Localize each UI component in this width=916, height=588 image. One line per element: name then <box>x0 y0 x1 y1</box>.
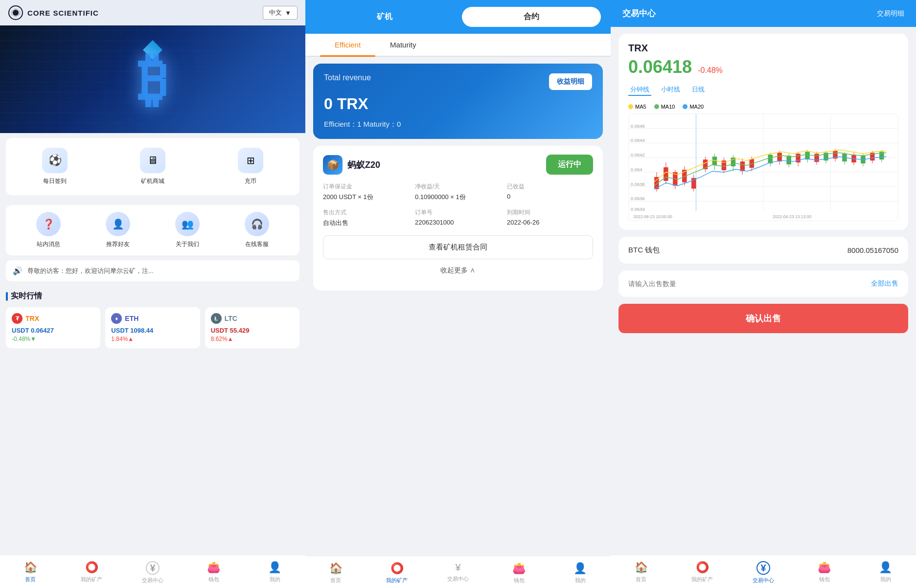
coin-item-ltc[interactable]: Ł LTC USDT 55.429 8.62%▲ <box>205 307 299 348</box>
wallet-nav-icon: 👛 <box>512 562 526 575</box>
nav-wallet[interactable]: 👛 钱包 <box>183 559 244 586</box>
trx-price: USDT 0.06427 <box>12 327 94 334</box>
svg-text:0.0642: 0.0642 <box>631 152 645 158</box>
support-icon: 🎧 <box>245 212 269 236</box>
tab-contract[interactable]: 合约 <box>462 7 601 27</box>
market-section: 实时行情 ₮ TRX USDT 0.06427 -0.48%▼ ♦ ETH US… <box>6 291 299 348</box>
subtab-maturity[interactable]: Maturity <box>375 34 431 56</box>
legend-ma10: MA10 <box>654 104 675 110</box>
nav-home-p3[interactable]: 🏠 首页 <box>611 559 672 586</box>
trade-detail-link[interactable]: 交易明细 <box>877 9 904 18</box>
wallet-nav-icon: 👛 <box>207 561 220 574</box>
grid-value: 2000 USDT × 1份 <box>323 193 409 202</box>
svg-text:0.064: 0.064 <box>631 167 642 172</box>
grid-value: 0 <box>507 193 593 200</box>
running-status-button[interactable]: 运行中 <box>546 155 593 175</box>
revenue-detail-button[interactable]: 收益明细 <box>549 73 592 90</box>
revenue-label: Total revenue <box>324 73 371 82</box>
nav-label: 首页 <box>636 576 646 583</box>
core-scientific-logo-icon <box>8 5 23 21</box>
nav-label: 我的矿产 <box>81 576 102 583</box>
circle-item-support[interactable]: 🎧 在线客服 <box>245 212 269 249</box>
machine-name: 蚂蚁Z20 <box>347 159 380 171</box>
grid-label: 订单保证金 <box>323 182 409 191</box>
nav-miner-p3[interactable]: ⭕ 我的矿产 <box>672 559 733 586</box>
sell-row: 全部出售 <box>628 279 898 288</box>
nav-miner-p2[interactable]: ⭕ 我的矿产 <box>366 560 428 586</box>
grid-order-no: 订单号 22062301000 <box>415 208 501 227</box>
trx-ticker: TRX <box>628 43 898 54</box>
tf-hour[interactable]: 小时线 <box>659 84 682 96</box>
nav-profile-p3[interactable]: 👤 我的 <box>855 559 916 586</box>
ma20-label: MA20 <box>689 104 704 110</box>
view-contract-button[interactable]: 查看矿机租赁合同 <box>323 235 593 259</box>
confirm-sell-button[interactable]: 确认出售 <box>618 304 908 333</box>
ma20-dot <box>683 104 687 109</box>
language-selector[interactable]: 中文 ▼ <box>263 6 298 20</box>
nav-profile-p2[interactable]: 👤 我的 <box>550 560 611 586</box>
message-icon: ❓ <box>36 212 61 236</box>
ltc-name: LTC <box>225 315 237 322</box>
machine-info: 📦 蚂蚁Z20 <box>323 155 380 175</box>
nav-profile[interactable]: 👤 我的 <box>244 559 305 586</box>
nav-miner[interactable]: ⭕ 我的矿产 <box>61 559 122 586</box>
bottom-nav-panel2: 🏠 首页 ⭕ 我的矿产 ¥ 交易中心 👛 钱包 👤 我的 <box>305 556 611 588</box>
subtab-efficient[interactable]: Efficient <box>320 34 375 56</box>
deposit-icon: ⊞ <box>238 148 263 173</box>
nav-label: 我的 <box>880 576 891 583</box>
nav-trade-p2[interactable]: ¥ 交易中心 <box>428 560 489 586</box>
circle-menu: ❓ 站内消息 👤 推荐好友 👥 关于我们 🎧 在线客服 <box>6 205 299 255</box>
nav-wallet-p2[interactable]: 👛 钱包 <box>488 560 550 586</box>
eth-price: USDT 1098.44 <box>111 327 194 334</box>
nav-trade[interactable]: ¥ 交易中心 <box>122 559 183 586</box>
circle-item-refer[interactable]: 👤 推荐好友 <box>106 212 130 249</box>
ma5-label: MA5 <box>635 104 646 110</box>
eth-badge: ♦ <box>111 313 122 324</box>
nav-label: 首页 <box>330 577 341 584</box>
svg-text:2022-06-23 10:00:00: 2022-06-23 10:00:00 <box>633 214 672 219</box>
trade-nav-icon: ¥ <box>756 561 770 575</box>
quick-item-miner-mall[interactable]: 🖥 矿机商城 <box>133 148 172 185</box>
coin-item-eth[interactable]: ♦ ETH USDT 1098.44 1.84%▲ <box>105 307 200 348</box>
sell-quantity-input[interactable] <box>628 280 871 288</box>
ltc-change: 8.62%▲ <box>211 336 294 342</box>
circle-item-about[interactable]: 👥 关于我们 <box>175 212 200 249</box>
chart-svg: 0.0646 0.0644 0.0642 0.064 0.0638 0.0636… <box>629 114 898 221</box>
nav-label: 钱包 <box>514 577 525 584</box>
collapse-button[interactable]: 收起更多 ∧ <box>323 259 593 282</box>
nav-label: 我的矿产 <box>691 576 713 583</box>
bottom-nav-panel1: 🏠 首页 ⭕ 我的矿产 ¥ 交易中心 👛 钱包 👤 我的 <box>0 555 305 588</box>
quick-item-deposit[interactable]: ⊞ 充币 <box>231 148 270 185</box>
nav-home-p2[interactable]: 🏠 首页 <box>305 560 366 586</box>
nav-wallet-p3[interactable]: 👛 钱包 <box>794 559 855 586</box>
tf-day[interactable]: 日线 <box>690 84 707 96</box>
circle-item-message[interactable]: ❓ 站内消息 <box>36 212 61 249</box>
nav-label: 我的 <box>575 577 586 584</box>
coin-item-trx[interactable]: ₮ TRX USDT 0.06427 -0.48%▼ <box>6 307 100 348</box>
bitcoin-visual: ₿ <box>109 35 197 123</box>
svg-text:0.0634: 0.0634 <box>631 206 645 212</box>
ma10-dot <box>654 104 659 109</box>
subtab-row: Efficient Maturity <box>305 34 611 57</box>
revenue-amount: 0 TRX <box>324 95 592 113</box>
grid-deposit: 订单保证金 2000 USDT × 1份 <box>323 182 409 202</box>
machine-header: 📦 蚂蚁Z20 运行中 <box>323 155 593 175</box>
nav-label: 首页 <box>25 576 36 583</box>
daily-checkin-icon: ⚽ <box>42 148 68 173</box>
tf-minute[interactable]: 分钟线 <box>628 84 651 96</box>
revenue-stats: Efficient：1 Maturity：0 <box>324 120 592 129</box>
home-icon: 🏠 <box>24 561 37 574</box>
grid-value: 0.10900000 × 1份 <box>415 193 501 202</box>
announcement-bar: 🔊 尊敬的访客：您好，欢迎访问摩尔云矿，注... <box>6 260 299 281</box>
quick-item-daily-checkin[interactable]: ⚽ 每日签到 <box>35 148 74 185</box>
machine-card: 📦 蚂蚁Z20 运行中 订单保证金 2000 USDT × 1份 净收益/天 0… <box>313 146 603 291</box>
quick-item-label: 每日签到 <box>43 177 67 185</box>
nav-trade-p3[interactable]: ¥ 交易中心 <box>733 559 794 586</box>
revenue-card: Total revenue 收益明细 0 TRX Efficient：1 Mat… <box>313 64 603 139</box>
svg-point-2 <box>13 10 19 16</box>
wallet-label: BTC 钱包 <box>628 246 660 255</box>
nav-home[interactable]: 🏠 首页 <box>0 559 61 586</box>
sell-all-button[interactable]: 全部出售 <box>871 279 898 288</box>
lang-label: 中文 <box>269 8 282 17</box>
tab-miner[interactable]: 矿机 <box>315 7 454 27</box>
